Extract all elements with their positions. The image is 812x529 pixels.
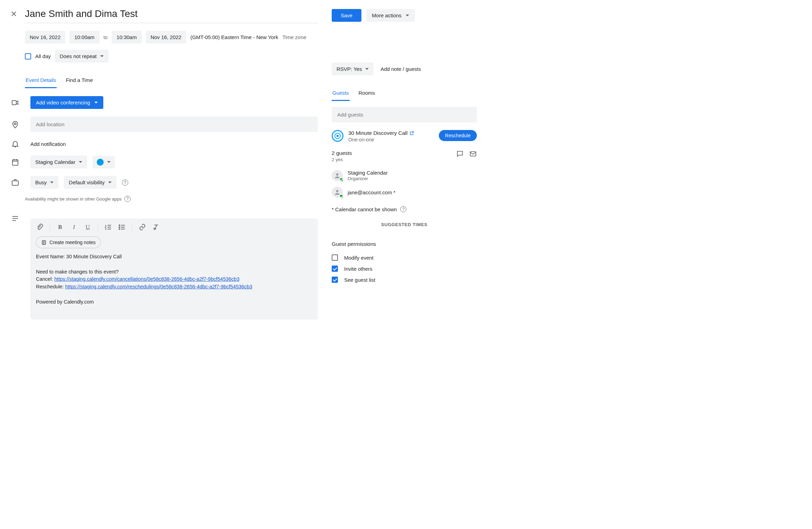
status-accepted-icon (339, 177, 344, 182)
visibility-label: Default visibility (69, 179, 104, 185)
email-icon[interactable] (469, 150, 477, 158)
svg-point-4 (119, 225, 120, 226)
help-icon[interactable]: ? (400, 206, 406, 212)
perm-modify-checkbox[interactable] (332, 254, 338, 261)
visibility-dropdown[interactable]: Default visibility (64, 176, 116, 189)
add-notification[interactable]: Add notification (30, 141, 66, 147)
chevron-down-icon (108, 182, 112, 183)
description-body[interactable]: Event Name: 30 Minute Discovery Call Nee… (36, 253, 312, 306)
allday-checkbox[interactable] (25, 53, 31, 59)
guest-item[interactable]: Staging Calendar Organizer (332, 167, 477, 184)
location-input[interactable] (30, 117, 318, 132)
tab-rooms[interactable]: Rooms (358, 88, 376, 101)
guest-summary: 2 guests 2 yes (332, 150, 477, 162)
timezone-label: (GMT-05:00) Eastern Time - New York (190, 34, 278, 40)
end-time[interactable]: 10:30am (112, 31, 141, 44)
link-icon[interactable] (139, 223, 146, 231)
reschedule-button[interactable]: Reschedule (439, 130, 477, 141)
description-editor: B I U (30, 219, 318, 319)
underline-icon[interactable]: U (84, 223, 92, 231)
video-icon (11, 99, 19, 107)
chevron-down-icon (365, 68, 369, 70)
svg-rect-2 (12, 160, 18, 165)
guest-permissions: Guest permissions Modify event Invite ot… (332, 241, 477, 285)
permissions-header: Guest permissions (332, 241, 477, 247)
create-meeting-notes[interactable]: Create meeting notes (36, 236, 101, 248)
svg-point-10 (336, 190, 339, 192)
start-date[interactable]: Nov 16, 2022 (25, 31, 65, 44)
calendar-name-label: Staging Calendar (35, 159, 75, 165)
allday-row: All day Does not repeat (25, 50, 318, 63)
guest-item[interactable]: jane@account.com * (332, 184, 477, 201)
tab-event-details[interactable]: Event Details (25, 75, 57, 88)
save-button[interactable]: Save (332, 9, 361, 22)
detail-tabs: Event Details Find a Time (25, 75, 318, 89)
bulleted-list-icon[interactable] (118, 223, 126, 231)
scheduler-card: 30 Minute Discovery Call One-on-one Resc… (332, 130, 477, 142)
attachment-icon[interactable] (36, 223, 44, 231)
cancel-link[interactable]: https://staging.calendly.com/cancellatio… (54, 276, 239, 282)
color-dropdown[interactable] (93, 156, 115, 168)
more-actions-button[interactable]: More actions (366, 9, 415, 22)
guest-count: 2 guests (332, 150, 352, 156)
availability-note: Availability might be shown in other Goo… (25, 196, 318, 202)
scheduler-subtitle: One-on-one (348, 137, 434, 142)
rsvp-label: RSVP: Yes (337, 66, 362, 72)
event-editor: Nov 16, 2022 10:00am to 10:30am Nov 16, … (7, 7, 318, 319)
help-icon[interactable]: ? (122, 179, 128, 186)
svg-rect-0 (12, 101, 16, 105)
reschedule-link[interactable]: https://staging.calendly.com/reschedulin… (65, 284, 252, 289)
avatar (332, 170, 343, 181)
perm-invite-checkbox[interactable] (332, 266, 338, 272)
event-color-swatch (97, 159, 104, 166)
chevron-down-icon (79, 161, 82, 163)
chat-icon[interactable] (456, 150, 464, 158)
perm-modify-label: Modify event (344, 255, 374, 261)
svg-point-1 (15, 123, 16, 124)
svg-point-5 (119, 227, 120, 228)
allday-label: All day (35, 53, 51, 59)
calendar-dropdown[interactable]: Staging Calendar (30, 156, 87, 168)
add-video-button[interactable]: Add video conferencing (30, 96, 103, 109)
clear-formatting-icon[interactable] (152, 223, 160, 231)
add-note-guests-link[interactable]: Add note / guests (380, 66, 421, 72)
svg-point-9 (336, 173, 339, 176)
italic-icon[interactable]: I (70, 223, 78, 231)
svg-point-6 (119, 229, 120, 230)
guest-tabs: Guests Rooms (332, 88, 477, 101)
tab-guests[interactable]: Guests (332, 88, 350, 101)
end-date[interactable]: Nov 16, 2022 (146, 31, 186, 44)
close-icon[interactable] (10, 10, 18, 18)
guest-role: Organizer (348, 176, 388, 181)
chevron-down-icon (94, 102, 98, 103)
recurrence-dropdown[interactable]: Does not repeat (55, 50, 108, 63)
perm-invite-label: Invite others (344, 266, 372, 272)
numbered-list-icon[interactable] (104, 223, 112, 231)
rsvp-dropdown[interactable]: RSVP: Yes (332, 63, 374, 75)
chevron-down-icon (100, 55, 104, 57)
add-video-label: Add video conferencing (36, 100, 90, 105)
tab-find-a-time[interactable]: Find a Time (65, 75, 93, 88)
avatar (332, 187, 343, 198)
guest-name: Staging Calendar (348, 170, 388, 176)
event-title-input[interactable] (25, 7, 318, 23)
busy-dropdown[interactable]: Busy (30, 176, 58, 189)
guest-name: jane@account.com * (348, 189, 396, 195)
timezone-link[interactable]: Time zone (282, 34, 306, 40)
chevron-down-icon (50, 182, 54, 183)
guest-list: Staging Calendar Organizer jane@account.… (332, 167, 477, 201)
start-time[interactable]: 10:00am (69, 31, 99, 44)
chevron-down-icon (406, 15, 409, 16)
calendar-icon (11, 158, 19, 166)
calendly-logo-icon (332, 130, 343, 142)
perm-guestlist-checkbox[interactable] (332, 277, 338, 283)
calendar-warning: * Calendar cannot be shown ? (332, 206, 477, 212)
chevron-down-icon (107, 161, 111, 163)
suggested-times[interactable]: SUGGESTED TIMES (332, 222, 477, 227)
help-icon[interactable]: ? (124, 196, 131, 202)
busy-label: Busy (35, 179, 47, 185)
add-guests-input[interactable] (332, 107, 477, 122)
external-link-icon[interactable] (409, 131, 414, 136)
bold-icon[interactable]: B (56, 223, 64, 231)
top-actions: Save More actions (332, 9, 477, 22)
